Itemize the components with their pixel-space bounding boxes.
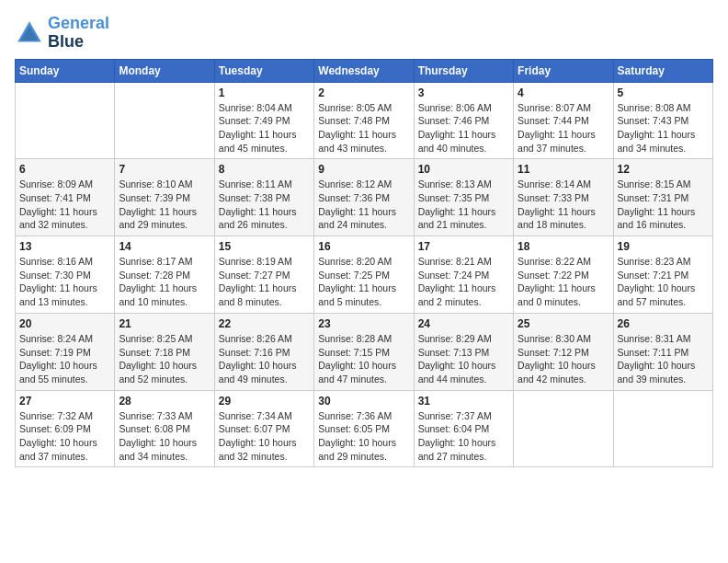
page-header: General Blue <box>15 15 713 52</box>
day-number: 15 <box>219 240 310 253</box>
calendar-cell: 19Sunrise: 8:23 AM Sunset: 7:21 PM Dayli… <box>613 236 712 314</box>
calendar-cell: 4Sunrise: 8:07 AM Sunset: 7:44 PM Daylig… <box>514 82 613 159</box>
calendar-week-row: 27Sunrise: 7:32 AM Sunset: 6:09 PM Dayli… <box>16 390 713 467</box>
day-info: Sunrise: 8:07 AM Sunset: 7:44 PM Dayligh… <box>518 101 609 155</box>
day-number: 21 <box>119 317 210 330</box>
calendar-cell: 16Sunrise: 8:20 AM Sunset: 7:25 PM Dayli… <box>314 236 414 314</box>
day-info: Sunrise: 8:29 AM Sunset: 7:13 PM Dayligh… <box>418 332 509 386</box>
calendar-cell: 6Sunrise: 8:09 AM Sunset: 7:41 PM Daylig… <box>16 159 115 236</box>
day-number: 19 <box>618 240 709 253</box>
day-info: Sunrise: 7:33 AM Sunset: 6:08 PM Dayligh… <box>119 409 210 464</box>
calendar-cell: 29Sunrise: 7:34 AM Sunset: 6:07 PM Dayli… <box>214 390 313 467</box>
calendar-cell: 2Sunrise: 8:05 AM Sunset: 7:48 PM Daylig… <box>314 82 414 159</box>
calendar-cell: 20Sunrise: 8:24 AM Sunset: 7:19 PM Dayli… <box>16 313 115 390</box>
day-number: 22 <box>219 317 310 330</box>
calendar-week-row: 6Sunrise: 8:09 AM Sunset: 7:41 PM Daylig… <box>16 159 713 236</box>
day-info: Sunrise: 8:21 AM Sunset: 7:24 PM Dayligh… <box>418 255 509 309</box>
day-number: 12 <box>618 163 709 176</box>
logo: General Blue <box>15 15 109 52</box>
day-number: 30 <box>318 395 409 408</box>
day-number: 28 <box>119 395 210 408</box>
day-number: 9 <box>318 163 409 176</box>
day-info: Sunrise: 8:08 AM Sunset: 7:43 PM Dayligh… <box>618 101 709 155</box>
calendar-cell <box>514 390 613 467</box>
calendar-cell: 7Sunrise: 8:10 AM Sunset: 7:39 PM Daylig… <box>115 159 214 236</box>
day-number: 11 <box>518 163 609 176</box>
day-info: Sunrise: 8:28 AM Sunset: 7:15 PM Dayligh… <box>318 332 409 386</box>
calendar-cell: 13Sunrise: 8:16 AM Sunset: 7:30 PM Dayli… <box>16 236 115 314</box>
day-info: Sunrise: 8:15 AM Sunset: 7:31 PM Dayligh… <box>618 178 709 232</box>
day-number: 13 <box>19 240 110 253</box>
calendar-header: SundayMondayTuesdayWednesdayThursdayFrid… <box>16 59 713 82</box>
day-info: Sunrise: 8:04 AM Sunset: 7:49 PM Dayligh… <box>219 101 310 155</box>
logo-icon <box>15 18 44 48</box>
day-number: 14 <box>119 240 210 253</box>
day-info: Sunrise: 8:16 AM Sunset: 7:30 PM Dayligh… <box>19 255 110 309</box>
day-number: 23 <box>318 317 409 330</box>
calendar-cell: 8Sunrise: 8:11 AM Sunset: 7:38 PM Daylig… <box>214 159 313 236</box>
calendar-cell: 14Sunrise: 8:17 AM Sunset: 7:28 PM Dayli… <box>115 236 214 314</box>
day-number: 26 <box>618 317 709 330</box>
calendar-cell: 5Sunrise: 8:08 AM Sunset: 7:43 PM Daylig… <box>613 82 712 159</box>
calendar-cell: 31Sunrise: 7:37 AM Sunset: 6:04 PM Dayli… <box>414 390 513 467</box>
day-number: 18 <box>518 240 609 253</box>
calendar-body: 1Sunrise: 8:04 AM Sunset: 7:49 PM Daylig… <box>16 82 713 467</box>
calendar-cell: 1Sunrise: 8:04 AM Sunset: 7:49 PM Daylig… <box>214 82 313 159</box>
calendar-header-row: SundayMondayTuesdayWednesdayThursdayFrid… <box>16 59 713 82</box>
day-info: Sunrise: 8:25 AM Sunset: 7:18 PM Dayligh… <box>119 332 210 386</box>
day-info: Sunrise: 8:10 AM Sunset: 7:39 PM Dayligh… <box>119 178 210 232</box>
day-number: 24 <box>418 317 509 330</box>
day-info: Sunrise: 8:31 AM Sunset: 7:11 PM Dayligh… <box>618 332 709 386</box>
day-number: 25 <box>518 317 609 330</box>
calendar-cell: 25Sunrise: 8:30 AM Sunset: 7:12 PM Dayli… <box>514 313 613 390</box>
day-number: 3 <box>418 86 509 99</box>
calendar-cell: 11Sunrise: 8:14 AM Sunset: 7:33 PM Dayli… <box>514 159 613 236</box>
calendar-table: SundayMondayTuesdayWednesdayThursdayFrid… <box>15 59 713 468</box>
day-info: Sunrise: 8:13 AM Sunset: 7:35 PM Dayligh… <box>418 178 509 232</box>
day-number: 2 <box>318 86 409 99</box>
day-number: 10 <box>418 163 509 176</box>
calendar-cell: 15Sunrise: 8:19 AM Sunset: 7:27 PM Dayli… <box>214 236 313 314</box>
calendar-cell <box>613 390 712 467</box>
calendar-cell: 10Sunrise: 8:13 AM Sunset: 7:35 PM Dayli… <box>414 159 513 236</box>
calendar-header-cell: Tuesday <box>214 59 313 82</box>
calendar-cell: 28Sunrise: 7:33 AM Sunset: 6:08 PM Dayli… <box>115 390 214 467</box>
calendar-header-cell: Sunday <box>16 59 115 82</box>
calendar-cell: 26Sunrise: 8:31 AM Sunset: 7:11 PM Dayli… <box>613 313 712 390</box>
day-number: 6 <box>19 163 110 176</box>
day-number: 8 <box>219 163 310 176</box>
day-info: Sunrise: 8:05 AM Sunset: 7:48 PM Dayligh… <box>318 101 409 155</box>
day-number: 4 <box>518 86 609 99</box>
logo-text: General Blue <box>48 15 109 52</box>
day-number: 31 <box>418 395 509 408</box>
calendar-header-cell: Wednesday <box>314 59 414 82</box>
calendar-week-row: 1Sunrise: 8:04 AM Sunset: 7:49 PM Daylig… <box>16 82 713 159</box>
calendar-cell: 22Sunrise: 8:26 AM Sunset: 7:16 PM Dayli… <box>214 313 313 390</box>
day-info: Sunrise: 8:30 AM Sunset: 7:12 PM Dayligh… <box>518 332 609 386</box>
day-info: Sunrise: 8:12 AM Sunset: 7:36 PM Dayligh… <box>318 178 409 232</box>
day-info: Sunrise: 8:23 AM Sunset: 7:21 PM Dayligh… <box>618 255 709 309</box>
day-number: 7 <box>119 163 210 176</box>
day-info: Sunrise: 8:17 AM Sunset: 7:28 PM Dayligh… <box>119 255 210 309</box>
day-number: 16 <box>318 240 409 253</box>
day-info: Sunrise: 8:22 AM Sunset: 7:22 PM Dayligh… <box>518 255 609 309</box>
calendar-cell: 21Sunrise: 8:25 AM Sunset: 7:18 PM Dayli… <box>115 313 214 390</box>
day-info: Sunrise: 7:36 AM Sunset: 6:05 PM Dayligh… <box>318 409 409 464</box>
calendar-cell: 18Sunrise: 8:22 AM Sunset: 7:22 PM Dayli… <box>514 236 613 314</box>
day-number: 29 <box>219 395 310 408</box>
day-info: Sunrise: 8:24 AM Sunset: 7:19 PM Dayligh… <box>19 332 110 386</box>
day-info: Sunrise: 8:20 AM Sunset: 7:25 PM Dayligh… <box>318 255 409 309</box>
calendar-cell <box>16 82 115 159</box>
calendar-week-row: 20Sunrise: 8:24 AM Sunset: 7:19 PM Dayli… <box>16 313 713 390</box>
day-number: 5 <box>618 86 709 99</box>
calendar-cell: 30Sunrise: 7:36 AM Sunset: 6:05 PM Dayli… <box>314 390 414 467</box>
day-info: Sunrise: 7:37 AM Sunset: 6:04 PM Dayligh… <box>418 409 509 464</box>
day-info: Sunrise: 7:32 AM Sunset: 6:09 PM Dayligh… <box>19 409 110 464</box>
day-number: 1 <box>219 86 310 99</box>
calendar-header-cell: Monday <box>115 59 214 82</box>
day-info: Sunrise: 8:06 AM Sunset: 7:46 PM Dayligh… <box>418 101 509 155</box>
calendar-cell: 23Sunrise: 8:28 AM Sunset: 7:15 PM Dayli… <box>314 313 414 390</box>
day-number: 17 <box>418 240 509 253</box>
calendar-week-row: 13Sunrise: 8:16 AM Sunset: 7:30 PM Dayli… <box>16 236 713 314</box>
calendar-cell: 27Sunrise: 7:32 AM Sunset: 6:09 PM Dayli… <box>16 390 115 467</box>
